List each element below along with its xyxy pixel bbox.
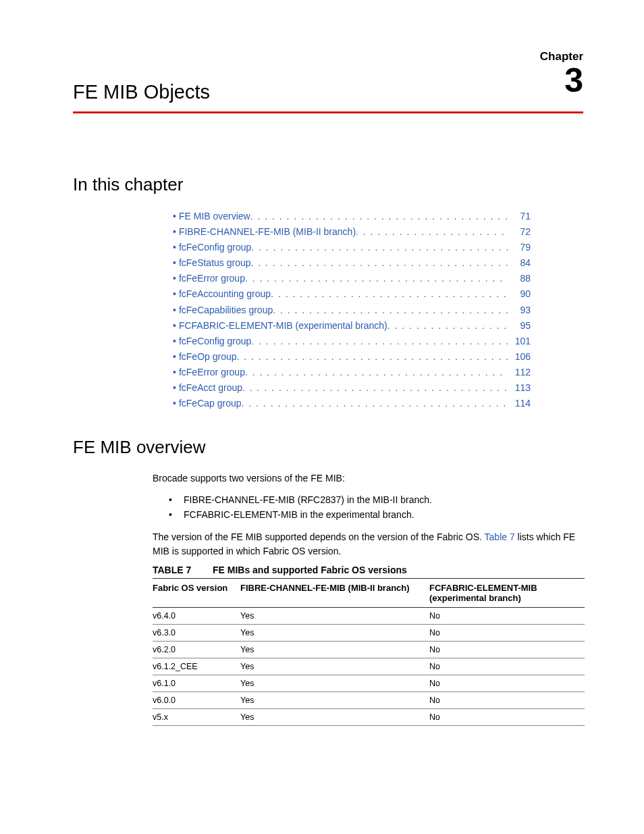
section-heading-toc: In this chapter (73, 174, 583, 195)
bullet-icon: • (169, 492, 184, 507)
overview-intro: Brocade supports two versions of the FE … (153, 471, 583, 485)
toc-label: fcFeCap group (179, 396, 242, 411)
bullet-icon: • (173, 240, 176, 255)
toc-page: 72 (508, 224, 531, 240)
table-row: v6.3.0YesNo (153, 624, 585, 641)
toc-leader (245, 365, 508, 380)
table-title: FE MIBs and supported Fabric OS versions (213, 565, 407, 575)
para2-pre: The version of the FE MIB supported depe… (153, 531, 485, 542)
toc-entry[interactable]: •fcFeError group112 (173, 365, 531, 380)
toc-label: FIBRE-CHANNEL-FE-MIB (MIB-II branch) (179, 224, 356, 240)
bullet-icon: • (173, 318, 176, 334)
toc-entry[interactable]: •FIBRE-CHANNEL-FE-MIB (MIB-II branch)72 (173, 224, 531, 240)
list-item-text: FCFABRIC-ELEMENT-MIB in the experimental… (184, 507, 414, 522)
toc-entry[interactable]: •fcFeError group88 (173, 271, 531, 286)
table-header: Fabric OS version (153, 578, 240, 607)
toc-label: fcFeStatus group (179, 255, 251, 271)
toc-page: 101 (508, 334, 531, 349)
bullet-icon: • (173, 271, 176, 286)
toc-entry[interactable]: •fcFeAcct group113 (173, 380, 531, 396)
toc-leader (245, 271, 508, 286)
table-cell: v5.x (153, 708, 240, 725)
toc-page: 79 (508, 240, 531, 255)
toc-entry[interactable]: •fcFeOp group106 (173, 349, 531, 365)
heading-rule (73, 111, 583, 113)
chapter-number: 3 (564, 63, 583, 97)
bullet-icon: • (173, 380, 176, 396)
toc-page: 90 (508, 286, 531, 302)
table-cell: No (429, 641, 585, 658)
table-cell: Yes (240, 641, 429, 658)
table-of-contents: •FE MIB overview71•FIBRE-CHANNEL-FE-MIB … (173, 209, 531, 411)
bullet-icon: • (173, 365, 176, 380)
toc-page: 84 (508, 255, 531, 271)
toc-entry[interactable]: •FE MIB overview71 (173, 209, 531, 224)
table-cell: v6.1.2_CEE (153, 658, 240, 675)
toc-label: FCFABRIC-ELEMENT-MIB (experimental branc… (179, 318, 387, 334)
table7-link[interactable]: Table 7 (485, 531, 515, 542)
toc-label: fcFeAccounting group (179, 286, 271, 302)
toc-label: fcFeCapabilities group (179, 303, 273, 318)
toc-page: 114 (508, 396, 531, 411)
toc-page: 95 (508, 318, 531, 334)
toc-page: 113 (508, 380, 531, 396)
table-cell: No (429, 658, 585, 675)
toc-leader (251, 334, 508, 349)
toc-leader (251, 255, 508, 271)
toc-label: fcFeAcct group (179, 380, 242, 396)
toc-page: 106 (508, 349, 531, 365)
toc-entry[interactable]: •fcFeAccounting group90 (173, 286, 531, 302)
list-item: •FIBRE-CHANNEL-FE-MIB (RFC2837) in the M… (169, 492, 583, 507)
table-row: v5.xYesNo (153, 708, 585, 725)
toc-entry[interactable]: •fcFeCap group114 (173, 396, 531, 411)
bullet-icon: • (173, 286, 176, 302)
table-header: FCFABRIC-ELEMENT-MIB (experimental branc… (429, 578, 585, 607)
table-row: v6.4.0YesNo (153, 607, 585, 624)
table-cell: No (429, 607, 585, 624)
toc-leader (273, 303, 508, 318)
toc-entry[interactable]: •fcFeCapabilities group93 (173, 303, 531, 318)
toc-label: fcFeError group (179, 271, 245, 286)
table-cell: Yes (240, 658, 429, 675)
toc-leader (387, 318, 508, 334)
table-cell: v6.1.0 (153, 675, 240, 692)
toc-entry[interactable]: •fcFeStatus group84 (173, 255, 531, 271)
table-row: v6.1.0YesNo (153, 675, 585, 692)
table-row: v6.2.0YesNo (153, 641, 585, 658)
table-cell: Yes (240, 708, 429, 725)
toc-leader (242, 380, 508, 396)
table-cell: Yes (240, 692, 429, 708)
toc-entry[interactable]: •fcFeConfig group79 (173, 240, 531, 255)
table-row: v6.0.0YesNo (153, 692, 585, 708)
overview-bullets: •FIBRE-CHANNEL-FE-MIB (RFC2837) in the M… (169, 492, 583, 523)
toc-page: 88 (508, 271, 531, 286)
bullet-icon: • (173, 303, 176, 318)
toc-leader (242, 396, 508, 411)
toc-page: 93 (508, 303, 531, 318)
table-cell: No (429, 708, 585, 725)
toc-entry[interactable]: •FCFABRIC-ELEMENT-MIB (experimental bran… (173, 318, 531, 334)
table-cell: No (429, 692, 585, 708)
toc-entry[interactable]: •fcFeConfig group101 (173, 334, 531, 349)
toc-page: 112 (508, 365, 531, 380)
toc-label: fcFeConfig group (179, 240, 251, 255)
table-header: FIBRE-CHANNEL-FE-MIB (MIB-II branch) (240, 578, 429, 607)
table-cell: Yes (240, 607, 429, 624)
list-item-text: FIBRE-CHANNEL-FE-MIB (RFC2837) in the MI… (184, 492, 432, 507)
toc-leader (237, 349, 508, 365)
toc-label: fcFeConfig group (179, 334, 251, 349)
toc-page: 71 (508, 209, 531, 224)
bullet-icon: • (173, 334, 176, 349)
toc-leader (251, 240, 508, 255)
toc-label: fcFeOp group (179, 349, 237, 365)
mib-support-table: Fabric OS versionFIBRE-CHANNEL-FE-MIB (M… (153, 578, 585, 726)
chapter-title: FE MIB Objects (73, 54, 583, 109)
table-cell: No (429, 675, 585, 692)
table-cell: v6.3.0 (153, 624, 240, 641)
toc-leader (356, 224, 508, 240)
table-cell: v6.2.0 (153, 641, 240, 658)
chapter-header: Chapter 3 FE MIB Objects (73, 54, 583, 113)
toc-leader (250, 209, 508, 224)
table-cell: Yes (240, 675, 429, 692)
toc-leader (271, 286, 508, 302)
